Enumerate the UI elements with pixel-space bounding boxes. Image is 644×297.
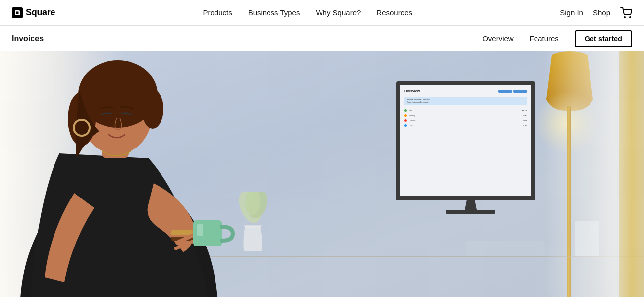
monitor-base [446, 210, 495, 214]
hero-paper-tray [466, 241, 545, 256]
screen-row-4: Draft $345 [404, 123, 527, 128]
svg-rect-1 [16, 11, 19, 14]
screen-row-amount-1: $1,234 [522, 110, 527, 112]
screen-dot-pending [404, 114, 407, 117]
sub-navigation: Invoices Overview Features Get started [0, 26, 644, 51]
sub-nav-link-overview[interactable]: Overview [483, 34, 514, 43]
svg-rect-11 [171, 230, 193, 235]
sign-in-link[interactable]: Sign In [560, 8, 583, 17]
screen-btn-1 [498, 90, 512, 93]
nav-right-actions: Sign In Shop [560, 7, 632, 19]
screen-dot-overdue [404, 119, 407, 122]
sub-nav-links: Overview Features Get started [483, 30, 632, 47]
screen-card: Square Invoices Overview Send, track and… [404, 97, 527, 105]
shop-link[interactable]: Shop [593, 8, 610, 17]
hero-person-illustration [0, 54, 297, 297]
screen-row-1: Paid $1,234 [404, 108, 527, 113]
hero-section: Overview Square Invoices Overview Send, … [0, 51, 644, 297]
hero-monitor: Overview Square Invoices Overview Send, … [396, 81, 545, 230]
get-started-button[interactable]: Get started [575, 30, 632, 47]
screen-row-2: Pending $567 [404, 113, 527, 118]
svg-point-2 [624, 17, 625, 18]
screen-dot-draft [404, 124, 407, 127]
screen-row-amount-3: $890 [523, 120, 527, 122]
sub-nav-title-area: Invoices [12, 34, 44, 43]
cart-svg [620, 7, 632, 19]
screen-header: Overview [404, 89, 527, 93]
nav-link-products[interactable]: Products [203, 8, 232, 17]
svg-point-3 [630, 17, 631, 18]
screen-row-amount-4: $345 [523, 125, 527, 127]
svg-point-9 [142, 89, 163, 129]
top-navigation: Square Products Business Types Why Squar… [0, 0, 644, 26]
monitor-screen: Overview Square Invoices Overview Send, … [396, 81, 535, 200]
screen-row-label-3: Overdue [409, 120, 521, 122]
screen-table: Paid $1,234 Pending $567 Overdue $890 [404, 108, 527, 128]
sub-nav-link-features[interactable]: Features [530, 34, 559, 43]
svg-rect-14 [197, 224, 203, 236]
monitor-stand [461, 200, 481, 210]
screen-dot-paid [404, 109, 407, 112]
screen-row-3: Overdue $890 [404, 118, 527, 123]
monitor-screen-inner: Overview Square Invoices Overview Send, … [400, 85, 531, 196]
brand-name: Square [26, 7, 55, 18]
screen-row-label-1: Paid [409, 110, 520, 112]
logo[interactable]: Square [12, 7, 55, 18]
nav-link-why-square[interactable]: Why Square? [316, 8, 361, 17]
logo-icon [12, 7, 23, 18]
screen-row-label-4: Draft [409, 125, 521, 127]
hero-mirror-frame [619, 51, 644, 297]
screen-row-label-2: Pending [409, 115, 521, 117]
main-nav-links: Products Business Types Why Square? Reso… [203, 8, 412, 17]
nav-link-business-types[interactable]: Business Types [248, 8, 300, 17]
screen-buttons [498, 90, 527, 93]
screen-row-amount-2: $567 [523, 115, 527, 117]
sub-nav-title: Invoices [12, 34, 44, 43]
screen-btn-2 [513, 90, 527, 93]
square-logo-symbol [14, 9, 21, 16]
nav-link-resources[interactable]: Resources [376, 8, 412, 17]
cart-icon[interactable] [620, 7, 632, 19]
screen-title: Overview [404, 89, 420, 93]
